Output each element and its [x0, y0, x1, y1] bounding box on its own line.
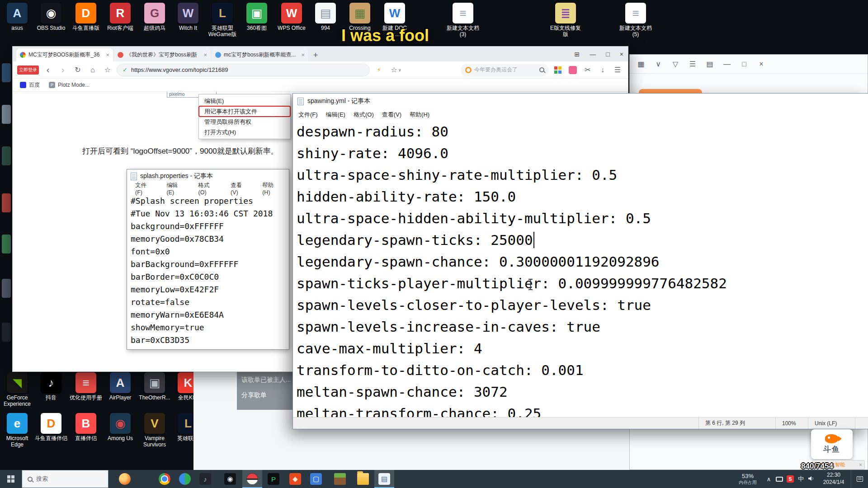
douyu-label: 斗鱼: [823, 444, 840, 455]
forward-icon[interactable]: ›: [57, 64, 69, 76]
volume-icon[interactable]: [806, 476, 816, 483]
thumbnail-icon[interactable]: ▦: [636, 60, 646, 68]
apps-grid-icon[interactable]: [552, 64, 564, 76]
taskbar-clock[interactable]: 22:30 2024/1/4: [816, 472, 851, 486]
menu-item[interactable]: 格式(O): [350, 111, 377, 119]
red-app-icon[interactable]: ◆: [285, 470, 305, 488]
menu-item[interactable]: 文件(F): [295, 111, 321, 119]
desktop-icon[interactable]: ≣ E版支线修复版: [548, 3, 583, 38]
desktop-icon[interactable]: G 超级鸡马: [137, 3, 172, 31]
desktop-icon[interactable]: D 斗鱼直播版: [69, 3, 103, 31]
bookmark-item[interactable]: 百度: [20, 81, 40, 89]
list-icon[interactable]: ☰: [688, 60, 698, 68]
tab-close-icon[interactable]: ×: [203, 52, 207, 58]
file-explorer-icon[interactable]: [353, 470, 373, 488]
desktop-icon[interactable]: ≡ 新建文本文档 (5): [618, 3, 653, 38]
notepad-icon[interactable]: ▤: [374, 470, 394, 488]
desktop-icon[interactable]: ▣ TheOtherR...: [137, 372, 172, 401]
action-center-button[interactable]: [851, 470, 868, 488]
browser-search-box[interactable]: 今年要办奥运会了: [461, 64, 549, 76]
pycharm-icon[interactable]: P: [264, 470, 283, 488]
taskbar: 搜索 ♪ ◉ P ◆ ▢ ▤ 53% 内存占用: [0, 470, 868, 488]
browser-tab[interactable]: mc宝可梦boss刷新概率能查... ×: [212, 48, 308, 61]
blue-app-icon[interactable]: ▢: [306, 470, 326, 488]
desktop-icon[interactable]: ◉ Among Us: [103, 413, 137, 441]
desktop-icon[interactable]: A asus: [0, 3, 34, 31]
bookmark-star-icon[interactable]: ☆ ∨: [388, 64, 404, 76]
context-menu-item[interactable]: 管理员取得所有权: [199, 117, 290, 127]
start-button[interactable]: [0, 470, 22, 488]
context-menu-item[interactable]: 打开方式(H): [199, 127, 290, 137]
maximize-button[interactable]: □: [606, 51, 609, 58]
desktop-icon[interactable]: R Riot客户端: [103, 3, 137, 31]
back-icon[interactable]: ‹: [42, 64, 54, 76]
minecraft-icon[interactable]: [330, 470, 350, 488]
bookmark-item[interactable]: P Plotz Mode...: [49, 82, 90, 88]
language-indicator[interactable]: 中: [796, 475, 806, 483]
system-tray: 53% 内存占用 ∧ S 中 22:30 2024/1/4: [732, 470, 868, 488]
desktop-icon[interactable]: A AirPlayer: [103, 372, 137, 401]
desktop-icon[interactable]: B 直播伴侣: [69, 413, 103, 441]
tab-close-icon[interactable]: ×: [106, 52, 109, 58]
pokemmo-icon[interactable]: [242, 470, 262, 488]
sogou-ime-icon[interactable]: S: [787, 475, 794, 483]
desktop-icon[interactable]: D 斗鱼直播伴侣: [34, 413, 68, 441]
layout-icon[interactable]: ⊞: [575, 51, 580, 58]
speed-mode-icon[interactable]: ⚡: [373, 64, 385, 76]
game-center-icon[interactable]: [567, 64, 579, 76]
close-button[interactable]: ×: [756, 60, 766, 68]
share-playlist-button[interactable]: 分享歌单: [241, 391, 296, 399]
context-menu-item[interactable]: 编辑(E): [199, 96, 290, 106]
search-icon[interactable]: [539, 67, 544, 72]
desktop-icon[interactable]: ≡ 新建文本文档 (3): [446, 3, 480, 38]
context-menu-item[interactable]: 用记事本打开该文件: [199, 106, 290, 117]
browser-tab[interactable]: 《我的世界》宝可梦boss刷新 ×: [114, 48, 211, 61]
screenshot-icon[interactable]: ✂: [582, 64, 594, 76]
hidden-icons-chevron[interactable]: ∧: [764, 476, 774, 483]
desktop-icon[interactable]: V Vampire Survivors: [137, 413, 172, 448]
menu-item[interactable]: 帮助(H): [406, 111, 433, 119]
login-button[interactable]: 立即登录: [17, 66, 39, 75]
new-tab-button[interactable]: +: [309, 49, 322, 61]
desktop-icon[interactable]: ▤ 994: [308, 3, 343, 31]
display-icon[interactable]: [776, 477, 783, 482]
taskbar-search[interactable]: 搜索: [22, 470, 108, 488]
desktop-icon[interactable]: ▣ 360看图: [240, 3, 274, 31]
food-app-icon[interactable]: [115, 470, 135, 488]
chrome-icon[interactable]: [155, 470, 175, 488]
home-icon[interactable]: ⌂: [87, 64, 99, 76]
notepad-title-bar[interactable]: spawning.yml - 记事本: [293, 94, 868, 109]
notepad-text-area[interactable]: despawn-radius: 80 shiny-rate: 4096.0 ul…: [293, 121, 868, 417]
address-bar[interactable]: ✓ https://www.vgover.com/topic/121689: [117, 64, 370, 76]
close-icon[interactable]: ×: [859, 462, 862, 468]
printer-icon[interactable]: ▤: [705, 60, 715, 68]
desktop-icon[interactable]: ♪ 抖音: [34, 372, 68, 401]
music-app-icon[interactable]: ♪: [195, 470, 215, 488]
refresh-icon[interactable]: ↻: [72, 64, 84, 76]
browser-360-icon[interactable]: [175, 470, 195, 488]
favorite-icon[interactable]: ☆: [102, 64, 113, 76]
menu-icon[interactable]: ☰: [612, 64, 623, 76]
downloads-icon[interactable]: ↓: [597, 64, 609, 76]
browser-tab[interactable]: MC宝可梦BOOS刷新概率_36 ×: [16, 48, 113, 61]
memory-widget[interactable]: 53% 内存占用: [732, 473, 764, 485]
menu-item: 格式(O): [195, 182, 221, 196]
menu-item[interactable]: 查看(V): [378, 111, 405, 119]
minimize-button[interactable]: —: [590, 51, 596, 58]
close-button[interactable]: ×: [620, 51, 623, 58]
desktop-icon[interactable]: e Microsoft Edge: [0, 413, 34, 448]
desktop-icon[interactable]: ≡ 优化使用手册: [69, 372, 103, 401]
chevron-down-icon[interactable]: ∨: [653, 60, 663, 68]
tab-close-icon[interactable]: ×: [301, 52, 305, 58]
obs-icon[interactable]: ◉: [220, 470, 240, 488]
desktop-icon[interactable]: W Witch It: [171, 3, 205, 31]
desktop-icon[interactable]: L 英雄联盟WeGame版: [205, 3, 240, 38]
desktop-icon[interactable]: W WPS Office: [274, 3, 309, 31]
douyu-floating-logo[interactable]: 斗鱼: [811, 429, 853, 459]
desktop-icon[interactable]: ◥ GeForce Experience: [0, 372, 34, 407]
maximize-button[interactable]: □: [739, 60, 749, 68]
filter-icon[interactable]: ▽: [670, 60, 680, 68]
desktop-icon[interactable]: ◉ OBS Studio: [34, 3, 68, 31]
minimize-button[interactable]: —: [722, 60, 732, 68]
menu-item[interactable]: 编辑(E): [322, 111, 349, 119]
